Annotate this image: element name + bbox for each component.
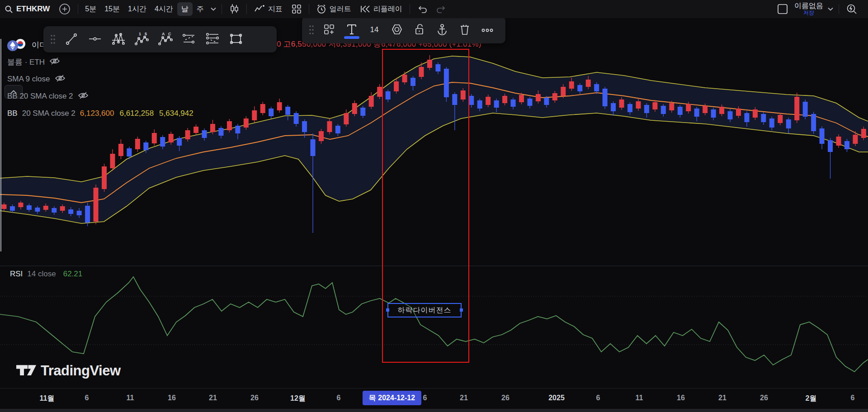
eye-hidden-icon[interactable] [78,91,89,102]
toolbar-divider [78,4,78,14]
top-toolbar: ETHKRW 5분 15분 1시간 4시간 날 주 [0,0,868,18]
timeframe-15m[interactable]: 15분 [100,2,124,16]
bb-hidden-legend-row[interactable]: BB 20 SMA close 2 [7,90,193,103]
time-axis-label: 21 [209,394,217,402]
chart-style-button[interactable] [225,2,244,16]
replay-label: 리플레이 [373,5,402,14]
rectangle-tool[interactable] [225,29,247,50]
symbol-logos [7,39,27,51]
anchor-button[interactable] [431,19,453,40]
text-tool-button[interactable] [341,19,363,40]
timeframe-1w[interactable]: 주 [193,2,208,16]
redo-button[interactable] [432,2,451,16]
horizontal-line-tool[interactable] [84,29,106,50]
symbol-search-button[interactable]: ETHKRW [0,2,54,16]
layout-menu-button[interactable] [825,2,836,16]
svg-text:A: A [162,32,165,36]
candlestick-chart-icon [229,4,239,14]
lock-button[interactable] [409,19,430,40]
drag-handle-icon[interactable] [47,29,59,50]
more-options-icon [481,27,493,33]
time-axis-label: 16 [677,394,685,402]
timeframe-menu-button[interactable] [208,2,219,16]
timeframe-4h[interactable]: 4시간 [151,2,177,16]
trash-icon [459,23,470,37]
trend-line-icon [65,32,78,47]
panel-toggle-button[interactable] [773,2,793,16]
time-axis-label: 26 [760,394,768,402]
bb-hidden-legend-text: BB 20 SMA close 2 [7,92,73,101]
drag-handle-icon[interactable] [306,19,317,40]
bb-params: 20 SMA close 2 [22,109,75,118]
rsi-legend-row[interactable]: RSI 14 close 62.21 [10,270,82,279]
time-axis-label: 11월 [40,394,55,403]
active-color-indicator [344,36,359,39]
time-axis-label: 2월 [806,394,817,403]
pitchfork-icon [111,32,126,47]
undo-button[interactable] [413,2,432,16]
time-axis-label: 11 [636,394,643,402]
timeframe-1h[interactable]: 1시간 [124,2,151,16]
sma-legend-row[interactable]: SMA 9 close [7,72,193,86]
rsi-value: 62.21 [63,270,83,279]
pitchfork-tool[interactable] [108,29,129,50]
save-button[interactable]: 저장 [803,10,814,16]
rsi-params: 14 close [27,270,56,279]
divergence-label-text: 하락다이버전스 [398,306,452,315]
replay-icon [360,5,370,13]
template-button[interactable] [318,19,340,40]
volume-legend-row[interactable]: 볼륨 · ETH [7,55,193,69]
quick-search-button[interactable] [842,2,862,16]
time-axis-label: 2025 [548,394,565,402]
settings-button[interactable] [386,19,408,40]
bb-active-legend-row[interactable]: BB 20 SMA close 2 6,123,600 6,612,258 5,… [7,107,193,120]
trend-line-tool[interactable] [61,29,82,50]
time-axis-label: 6 [851,394,855,402]
horizontal-line-icon [88,32,102,47]
annotation-handle[interactable] [386,308,389,312]
delete-button[interactable] [454,19,476,40]
abcd-pattern-tool[interactable]: A C [155,29,176,50]
time-axis-label: 11 [127,394,134,402]
annotation-handle[interactable] [460,308,463,312]
time-axis-label: 21 [460,394,468,402]
time-axis-label: 26 [250,394,259,402]
alert-clock-icon [316,4,326,14]
svg-text:1: 1 [139,32,141,36]
eye-hidden-icon[interactable] [49,57,60,67]
timeframe-1d-selected[interactable]: 날 [177,2,193,16]
more-options-button[interactable] [476,19,498,40]
layout-name-button[interactable]: 이름없음 저장 [793,2,825,15]
bb-values: 6,123,600 6,612,258 5,634,942 [80,109,193,118]
indicators-label: 지표 [268,5,283,14]
font-size-button[interactable]: 14 [363,19,385,40]
symbol-name: ETHKRW [16,5,50,14]
text-tool-icon [346,23,358,37]
time-axis-label: 6 [423,394,427,402]
alert-button[interactable]: 얼러트 [312,2,356,16]
anchor-icon [436,23,448,37]
projection-tool[interactable] [178,29,200,50]
drawing-toolbar: 1 5 A C [43,26,277,52]
chevron-down-icon [828,7,833,11]
rectangle-tool-icon [229,32,243,47]
indicators-button[interactable]: 지표 [250,2,287,16]
volume-legend-text: 볼륨 · ETH [7,57,45,67]
timeframe-5m[interactable]: 5분 [81,2,100,16]
layout-name: 이름없음 [794,2,823,10]
layout-grid-button[interactable] [287,2,306,16]
elliott-wave-tool[interactable]: 1 5 [131,29,153,50]
toolbar-divider [309,4,309,14]
forecast-icon [205,32,220,47]
elliott-wave-icon: 1 5 [134,32,150,47]
eye-hidden-icon[interactable] [55,74,66,85]
toolbar-divider [222,4,222,14]
toolbar-divider [246,4,247,14]
abcd-pattern-icon: A C [158,32,173,47]
indicators-icon [254,5,265,14]
divergence-text-annotation[interactable]: 하락다이버전스 [387,303,462,317]
compare-add-button[interactable] [54,2,75,16]
time-axis[interactable]: 11월61116212612월66212620256111621262월6 목 … [0,388,868,409]
forecast-tool[interactable] [202,29,223,50]
replay-button[interactable]: 리플레이 [356,2,407,16]
